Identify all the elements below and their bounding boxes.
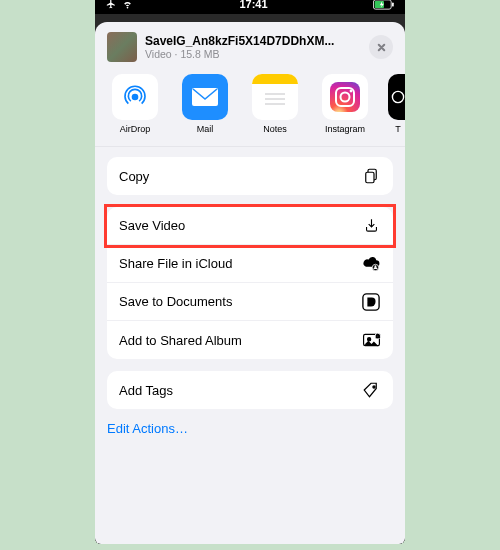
copy-icon: [361, 166, 381, 186]
svg-point-16: [374, 265, 376, 267]
wifi-icon: [121, 0, 134, 9]
share-targets-row[interactable]: AirDrop Mail Notes: [95, 70, 405, 140]
airplane-mode-icon: [105, 0, 117, 9]
share-target-mail[interactable]: Mail: [177, 74, 233, 134]
airdrop-icon: [112, 74, 158, 120]
action-add-tags[interactable]: Add Tags: [107, 371, 393, 409]
action-copy[interactable]: Copy: [107, 157, 393, 195]
svg-rect-14: [366, 172, 374, 183]
more-app-icon: [388, 74, 405, 120]
sheet-header: SaveIG_An8kzFi5X14D7DDhXM... Video · 15.…: [95, 22, 405, 70]
battery-icon: [373, 0, 395, 10]
phone-frame: 17:41 SaveIG_An8kzFi5X14D7DDhXM... Video…: [95, 0, 405, 544]
status-time: 17:41: [239, 0, 267, 10]
close-button[interactable]: [369, 35, 393, 59]
instagram-icon: [322, 74, 368, 120]
mail-icon: [182, 74, 228, 120]
edit-actions-link[interactable]: Edit Actions…: [95, 421, 405, 446]
icloud-share-icon: [361, 254, 381, 274]
file-title: SaveIG_An8kzFi5X14D7DDhXM...: [145, 34, 361, 48]
close-icon: [376, 42, 387, 53]
share-target-notes[interactable]: Notes: [247, 74, 303, 134]
svg-point-19: [367, 338, 370, 341]
share-target-instagram[interactable]: Instagram: [317, 74, 373, 134]
action-save-documents[interactable]: Save to Documents: [107, 283, 393, 321]
svg-point-11: [350, 90, 353, 93]
svg-point-3: [132, 94, 139, 101]
action-share-icloud[interactable]: Share File in iCloud: [107, 245, 393, 283]
file-thumbnail: [107, 32, 137, 62]
documents-app-icon: [361, 292, 381, 312]
divider: [95, 146, 405, 147]
svg-rect-8: [330, 82, 360, 112]
file-subtitle: Video · 15.8 MB: [145, 48, 361, 60]
share-target-more[interactable]: T: [387, 74, 405, 134]
action-add-shared-album[interactable]: Add to Shared Album: [107, 321, 393, 359]
svg-point-12: [392, 91, 403, 102]
tag-icon: [361, 380, 381, 400]
svg-rect-2: [392, 2, 394, 6]
shared-album-icon: [361, 330, 381, 350]
notes-icon: [252, 74, 298, 120]
share-sheet: SaveIG_An8kzFi5X14D7DDhXM... Video · 15.…: [95, 22, 405, 544]
action-save-video[interactable]: Save Video: [107, 207, 393, 245]
status-bar: 17:41: [95, 0, 405, 14]
download-icon: [361, 216, 381, 236]
share-target-airdrop[interactable]: AirDrop: [107, 74, 163, 134]
svg-point-22: [373, 386, 375, 388]
